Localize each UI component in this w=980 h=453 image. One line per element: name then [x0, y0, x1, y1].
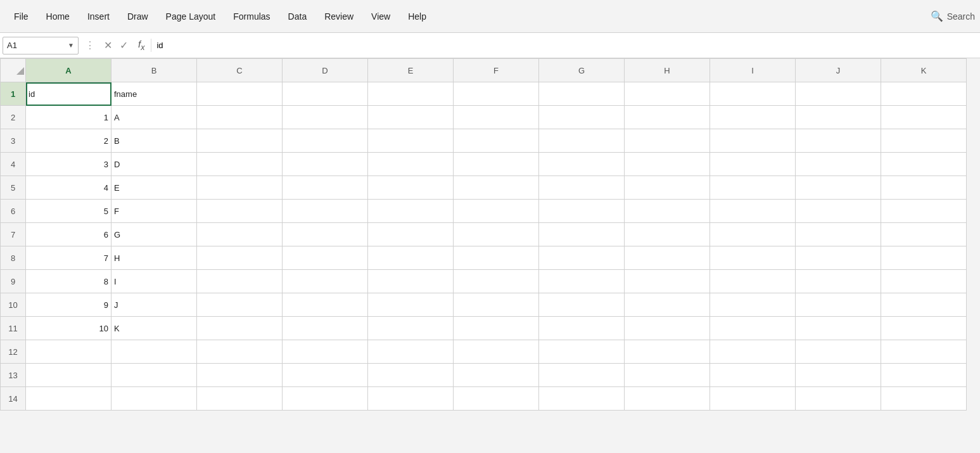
- cell-c5[interactable]: [197, 176, 283, 200]
- menu-formulas[interactable]: Formulas: [224, 8, 279, 25]
- cell-b6[interactable]: F: [111, 200, 197, 223]
- cell-c10[interactable]: [197, 293, 283, 317]
- cell-e6[interactable]: [368, 200, 454, 223]
- cell-h5[interactable]: [625, 176, 710, 200]
- cell-h1[interactable]: [625, 82, 710, 106]
- cell-i14[interactable]: [710, 387, 796, 411]
- cell-d2[interactable]: [283, 106, 368, 129]
- col-header-j[interactable]: J: [796, 59, 881, 82]
- cell-f1[interactable]: [454, 82, 539, 106]
- formula-bar-dots[interactable]: ⋮: [80, 39, 100, 51]
- cell-b8[interactable]: H: [111, 246, 197, 270]
- cell-g1[interactable]: [539, 82, 625, 106]
- cell-g10[interactable]: [539, 293, 625, 317]
- cell-i3[interactable]: [710, 129, 796, 153]
- col-header-g[interactable]: G: [539, 59, 625, 82]
- cell-j9[interactable]: [796, 270, 881, 293]
- cell-f10[interactable]: [454, 293, 539, 317]
- cell-i8[interactable]: [710, 246, 796, 270]
- cell-c7[interactable]: [197, 223, 283, 246]
- cell-d7[interactable]: [283, 223, 368, 246]
- cell-i12[interactable]: [710, 340, 796, 364]
- cell-d11[interactable]: [283, 317, 368, 340]
- row-header-10[interactable]: 10: [1, 293, 26, 317]
- cell-e12[interactable]: [368, 340, 454, 364]
- cell-a5[interactable]: 4: [26, 176, 111, 200]
- cell-c8[interactable]: [197, 246, 283, 270]
- cell-g12[interactable]: [539, 340, 625, 364]
- cell-a8[interactable]: 7: [26, 246, 111, 270]
- cell-c1[interactable]: [197, 82, 283, 106]
- cell-f13[interactable]: [454, 364, 539, 387]
- search-area[interactable]: 🔍 Search: [931, 10, 975, 22]
- cell-b10[interactable]: J: [111, 293, 197, 317]
- cell-h9[interactable]: [625, 270, 710, 293]
- cell-a9[interactable]: 8: [26, 270, 111, 293]
- cell-a4[interactable]: 3: [26, 153, 111, 176]
- cell-d3[interactable]: [283, 129, 368, 153]
- menu-help[interactable]: Help: [399, 8, 435, 25]
- row-header-7[interactable]: 7: [1, 223, 26, 246]
- cell-d4[interactable]: [283, 153, 368, 176]
- cell-a11[interactable]: 10: [26, 317, 111, 340]
- cell-e10[interactable]: [368, 293, 454, 317]
- col-header-i[interactable]: I: [710, 59, 796, 82]
- cell-b4[interactable]: D: [111, 153, 197, 176]
- cell-k10[interactable]: [881, 293, 967, 317]
- cell-c4[interactable]: [197, 153, 283, 176]
- cell-j14[interactable]: [796, 387, 881, 411]
- row-header-11[interactable]: 11: [1, 317, 26, 340]
- cell-g13[interactable]: [539, 364, 625, 387]
- cell-e2[interactable]: [368, 106, 454, 129]
- cell-k13[interactable]: [881, 364, 967, 387]
- cell-i11[interactable]: [710, 317, 796, 340]
- cell-a2[interactable]: 1: [26, 106, 111, 129]
- cell-j3[interactable]: [796, 129, 881, 153]
- menu-home[interactable]: Home: [37, 8, 79, 25]
- cell-k4[interactable]: [881, 153, 967, 176]
- cell-c12[interactable]: [197, 340, 283, 364]
- cell-k6[interactable]: [881, 200, 967, 223]
- formula-fx-icon[interactable]: fx: [132, 39, 151, 52]
- cell-g7[interactable]: [539, 223, 625, 246]
- cell-d14[interactable]: [283, 387, 368, 411]
- cell-h6[interactable]: [625, 200, 710, 223]
- cell-c6[interactable]: [197, 200, 283, 223]
- col-header-c[interactable]: C: [197, 59, 283, 82]
- cell-f12[interactable]: [454, 340, 539, 364]
- col-header-a[interactable]: A: [26, 59, 111, 82]
- cell-a1[interactable]: id: [26, 82, 111, 106]
- row-header-14[interactable]: 14: [1, 387, 26, 411]
- cell-e8[interactable]: [368, 246, 454, 270]
- cell-g4[interactable]: [539, 153, 625, 176]
- cell-e3[interactable]: [368, 129, 454, 153]
- menu-page-layout[interactable]: Page Layout: [157, 8, 225, 25]
- cell-j7[interactable]: [796, 223, 881, 246]
- cell-b3[interactable]: B: [111, 129, 197, 153]
- cell-h3[interactable]: [625, 129, 710, 153]
- row-header-4[interactable]: 4: [1, 153, 26, 176]
- menu-review[interactable]: Review: [315, 8, 362, 25]
- cell-b5[interactable]: E: [111, 176, 197, 200]
- cell-b9[interactable]: I: [111, 270, 197, 293]
- cell-d12[interactable]: [283, 340, 368, 364]
- cell-d10[interactable]: [283, 293, 368, 317]
- row-header-6[interactable]: 6: [1, 200, 26, 223]
- cell-h14[interactable]: [625, 387, 710, 411]
- cell-g6[interactable]: [539, 200, 625, 223]
- menu-data[interactable]: Data: [279, 8, 316, 25]
- cell-c3[interactable]: [197, 129, 283, 153]
- cell-f8[interactable]: [454, 246, 539, 270]
- col-header-k[interactable]: K: [881, 59, 967, 82]
- cell-b11[interactable]: K: [111, 317, 197, 340]
- cell-b14[interactable]: [111, 387, 197, 411]
- cell-f6[interactable]: [454, 200, 539, 223]
- row-header-9[interactable]: 9: [1, 270, 26, 293]
- cell-k2[interactable]: [881, 106, 967, 129]
- cell-k1[interactable]: [881, 82, 967, 106]
- cell-d9[interactable]: [283, 270, 368, 293]
- cell-d8[interactable]: [283, 246, 368, 270]
- cell-h4[interactable]: [625, 153, 710, 176]
- formula-confirm-button[interactable]: ✓: [116, 39, 132, 51]
- cell-c14[interactable]: [197, 387, 283, 411]
